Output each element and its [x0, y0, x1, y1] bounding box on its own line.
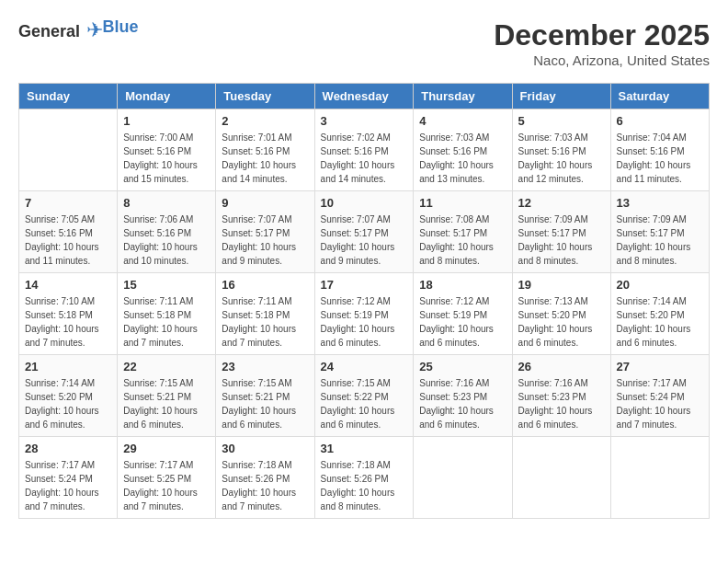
day-info: Sunrise: 7:08 AM Sunset: 5:17 PM Dayligh…: [419, 213, 506, 268]
calendar-cell: 5Sunrise: 7:03 AM Sunset: 5:16 PM Daylig…: [512, 109, 610, 191]
logo-bird-icon: ✈: [86, 18, 103, 41]
day-number: 3: [321, 114, 408, 128]
calendar-cell: 18Sunrise: 7:12 AM Sunset: 5:19 PM Dayli…: [414, 273, 512, 355]
day-info: Sunrise: 7:15 AM Sunset: 5:21 PM Dayligh…: [222, 376, 308, 431]
day-info: Sunrise: 7:07 AM Sunset: 5:17 PM Dayligh…: [222, 213, 308, 268]
day-number: 4: [419, 114, 506, 128]
page-header: General ✈ Blue December 2025 Naco, Arizo…: [18, 18, 710, 68]
day-number: 19: [518, 278, 605, 292]
calendar-table: SundayMondayTuesdayWednesdayThursdayFrid…: [18, 83, 710, 519]
calendar-cell: [414, 437, 512, 519]
calendar-cell: 12Sunrise: 7:09 AM Sunset: 5:17 PM Dayli…: [512, 191, 610, 273]
calendar-cell: 19Sunrise: 7:13 AM Sunset: 5:20 PM Dayli…: [512, 273, 610, 355]
day-number: 31: [321, 442, 408, 455]
calendar-cell: 11Sunrise: 7:08 AM Sunset: 5:17 PM Dayli…: [414, 191, 512, 273]
calendar-cell: 20Sunrise: 7:14 AM Sunset: 5:20 PM Dayli…: [610, 273, 709, 355]
day-number: 5: [518, 114, 605, 128]
day-number: 17: [321, 278, 408, 292]
calendar-cell: 13Sunrise: 7:09 AM Sunset: 5:17 PM Dayli…: [610, 191, 709, 273]
day-info: Sunrise: 7:15 AM Sunset: 5:21 PM Dayligh…: [123, 376, 210, 431]
calendar-cell: 15Sunrise: 7:11 AM Sunset: 5:18 PM Dayli…: [118, 273, 216, 355]
calendar-cell: 29Sunrise: 7:17 AM Sunset: 5:25 PM Dayli…: [118, 437, 216, 519]
day-info: Sunrise: 7:04 AM Sunset: 5:16 PM Dayligh…: [617, 131, 703, 186]
day-info: Sunrise: 7:18 AM Sunset: 5:26 PM Dayligh…: [222, 458, 308, 513]
calendar-cell: 26Sunrise: 7:16 AM Sunset: 5:23 PM Dayli…: [512, 355, 610, 437]
weekday-header-tuesday: Tuesday: [216, 84, 314, 109]
day-number: 1: [123, 114, 210, 128]
calendar-cell: 16Sunrise: 7:11 AM Sunset: 5:18 PM Dayli…: [216, 273, 314, 355]
day-info: Sunrise: 7:15 AM Sunset: 5:22 PM Dayligh…: [321, 376, 408, 431]
day-number: 29: [123, 442, 210, 455]
day-number: 10: [321, 196, 408, 210]
day-number: 22: [123, 360, 210, 373]
logo: General ✈ Blue: [18, 18, 139, 42]
location-title: Naco, Arizona, United States: [494, 52, 710, 68]
day-number: 25: [419, 360, 506, 373]
day-number: 23: [222, 360, 308, 373]
calendar-cell: 7Sunrise: 7:05 AM Sunset: 5:16 PM Daylig…: [19, 191, 118, 273]
calendar-week-2: 7Sunrise: 7:05 AM Sunset: 5:16 PM Daylig…: [19, 191, 710, 273]
day-info: Sunrise: 7:09 AM Sunset: 5:17 PM Dayligh…: [617, 213, 703, 268]
calendar-cell: 21Sunrise: 7:14 AM Sunset: 5:20 PM Dayli…: [19, 355, 118, 437]
calendar-cell: 24Sunrise: 7:15 AM Sunset: 5:22 PM Dayli…: [314, 355, 414, 437]
calendar-cell: 8Sunrise: 7:06 AM Sunset: 5:16 PM Daylig…: [118, 191, 216, 273]
day-number: 14: [25, 278, 111, 292]
day-info: Sunrise: 7:02 AM Sunset: 5:16 PM Dayligh…: [321, 131, 408, 186]
day-number: 6: [617, 114, 703, 128]
day-info: Sunrise: 7:14 AM Sunset: 5:20 PM Dayligh…: [617, 294, 703, 350]
day-info: Sunrise: 7:10 AM Sunset: 5:18 PM Dayligh…: [25, 294, 111, 350]
day-info: Sunrise: 7:12 AM Sunset: 5:19 PM Dayligh…: [321, 294, 408, 350]
day-info: Sunrise: 7:00 AM Sunset: 5:16 PM Dayligh…: [123, 131, 210, 186]
day-info: Sunrise: 7:03 AM Sunset: 5:16 PM Dayligh…: [518, 131, 605, 186]
calendar-cell: 22Sunrise: 7:15 AM Sunset: 5:21 PM Dayli…: [118, 355, 216, 437]
calendar-cell: 2Sunrise: 7:01 AM Sunset: 5:16 PM Daylig…: [216, 109, 314, 191]
day-number: 18: [419, 278, 506, 292]
day-info: Sunrise: 7:17 AM Sunset: 5:25 PM Dayligh…: [123, 458, 210, 513]
day-info: Sunrise: 7:17 AM Sunset: 5:24 PM Dayligh…: [617, 376, 703, 431]
day-info: Sunrise: 7:01 AM Sunset: 5:16 PM Dayligh…: [222, 131, 308, 186]
day-number: 15: [123, 278, 210, 292]
calendar-cell: [512, 437, 610, 519]
day-info: Sunrise: 7:07 AM Sunset: 5:17 PM Dayligh…: [321, 213, 408, 268]
weekday-header-friday: Friday: [512, 84, 610, 109]
day-number: 28: [25, 442, 111, 455]
day-info: Sunrise: 7:11 AM Sunset: 5:18 PM Dayligh…: [123, 294, 210, 350]
day-info: Sunrise: 7:16 AM Sunset: 5:23 PM Dayligh…: [518, 376, 605, 431]
day-number: 8: [123, 196, 210, 210]
logo-general: General: [18, 22, 80, 40]
day-info: Sunrise: 7:17 AM Sunset: 5:24 PM Dayligh…: [25, 458, 111, 513]
calendar-cell: 27Sunrise: 7:17 AM Sunset: 5:24 PM Dayli…: [610, 355, 709, 437]
calendar-cell: 3Sunrise: 7:02 AM Sunset: 5:16 PM Daylig…: [314, 109, 414, 191]
day-info: Sunrise: 7:03 AM Sunset: 5:16 PM Dayligh…: [419, 131, 506, 186]
calendar-week-3: 14Sunrise: 7:10 AM Sunset: 5:18 PM Dayli…: [19, 273, 710, 355]
title-block: December 2025 Naco, Arizona, United Stat…: [494, 18, 710, 68]
day-info: Sunrise: 7:11 AM Sunset: 5:18 PM Dayligh…: [222, 294, 308, 350]
calendar-cell: 1Sunrise: 7:00 AM Sunset: 5:16 PM Daylig…: [118, 109, 216, 191]
day-info: Sunrise: 7:06 AM Sunset: 5:16 PM Dayligh…: [123, 213, 210, 268]
calendar-cell: 14Sunrise: 7:10 AM Sunset: 5:18 PM Dayli…: [19, 273, 118, 355]
day-number: 9: [222, 196, 308, 210]
day-number: 21: [25, 360, 111, 373]
weekday-header-saturday: Saturday: [610, 84, 709, 109]
month-title: December 2025: [494, 18, 710, 52]
day-number: 20: [617, 278, 703, 292]
calendar-cell: [610, 437, 709, 519]
day-info: Sunrise: 7:13 AM Sunset: 5:20 PM Dayligh…: [518, 294, 605, 350]
day-info: Sunrise: 7:09 AM Sunset: 5:17 PM Dayligh…: [518, 213, 605, 268]
calendar-week-1: 1Sunrise: 7:00 AM Sunset: 5:16 PM Daylig…: [19, 109, 710, 191]
weekday-header-wednesday: Wednesday: [314, 84, 414, 109]
calendar-week-4: 21Sunrise: 7:14 AM Sunset: 5:20 PM Dayli…: [19, 355, 710, 437]
day-info: Sunrise: 7:12 AM Sunset: 5:19 PM Dayligh…: [419, 294, 506, 350]
day-number: 30: [222, 442, 308, 455]
weekday-header-thursday: Thursday: [414, 84, 512, 109]
calendar-cell: 9Sunrise: 7:07 AM Sunset: 5:17 PM Daylig…: [216, 191, 314, 273]
calendar-cell: 30Sunrise: 7:18 AM Sunset: 5:26 PM Dayli…: [216, 437, 314, 519]
calendar-cell: 10Sunrise: 7:07 AM Sunset: 5:17 PM Dayli…: [314, 191, 414, 273]
day-number: 13: [617, 196, 703, 210]
day-number: 2: [222, 114, 308, 128]
calendar-cell: 17Sunrise: 7:12 AM Sunset: 5:19 PM Dayli…: [314, 273, 414, 355]
calendar-cell: 23Sunrise: 7:15 AM Sunset: 5:21 PM Dayli…: [216, 355, 314, 437]
day-number: 24: [321, 360, 408, 373]
calendar-cell: [19, 109, 118, 191]
day-info: Sunrise: 7:14 AM Sunset: 5:20 PM Dayligh…: [25, 376, 111, 431]
